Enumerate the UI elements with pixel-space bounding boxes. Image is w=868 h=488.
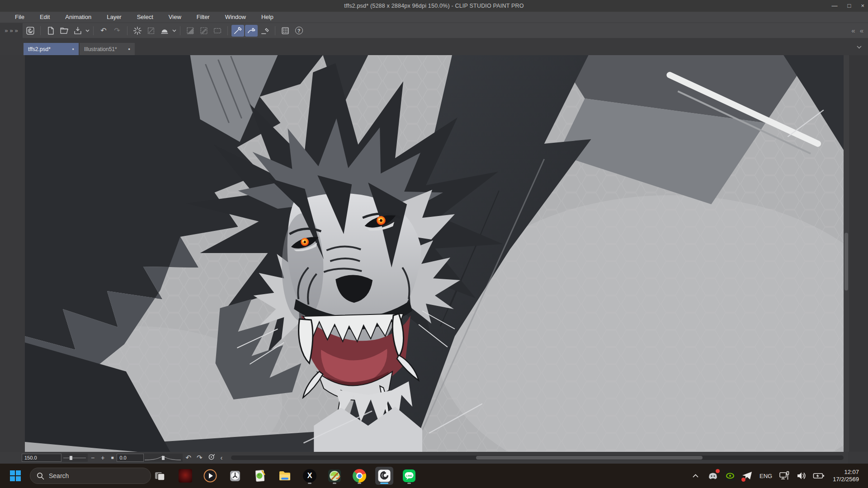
navigator-collapse-button[interactable]: ‹ bbox=[217, 452, 226, 464]
maximize-button[interactable]: □ bbox=[848, 0, 851, 12]
vertical-scrollbar[interactable] bbox=[844, 55, 849, 452]
canvas-artwork[interactable] bbox=[25, 55, 844, 452]
deselect-icon[interactable] bbox=[131, 25, 144, 37]
telegram-tray-icon[interactable] bbox=[741, 470, 753, 482]
network-display-icon[interactable] bbox=[778, 470, 790, 482]
menu-layer[interactable]: Layer bbox=[99, 12, 129, 23]
x-app-icon: X bbox=[303, 469, 316, 483]
zoom-out-button[interactable]: − bbox=[88, 452, 98, 464]
snap-to-ruler-icon[interactable] bbox=[231, 25, 244, 37]
file-explorer-icon bbox=[278, 469, 292, 483]
rotation-value-field[interactable]: 0.0 bbox=[117, 454, 144, 462]
svg-text:LINE: LINE bbox=[406, 474, 412, 477]
canvas-tab-bar: tffs2.psd* ● Illustration51* ● bbox=[0, 38, 868, 55]
tab-illustration51[interactable]: Illustration51* ● bbox=[80, 43, 135, 55]
open-file-icon[interactable] bbox=[58, 25, 71, 37]
new-document-icon[interactable] bbox=[44, 25, 57, 37]
tab-tffs2[interactable]: tffs2.psd* ● bbox=[24, 43, 79, 55]
paint-app-icon bbox=[328, 469, 341, 483]
date-text: 17/2/2569 bbox=[833, 476, 859, 483]
horizontal-scrollbar[interactable] bbox=[231, 455, 844, 460]
task-view-button[interactable] bbox=[151, 467, 169, 485]
battery-icon[interactable] bbox=[813, 470, 825, 482]
clip-studio-paint-app-button[interactable] bbox=[375, 467, 393, 485]
menu-view[interactable]: View bbox=[161, 12, 189, 23]
taskbar-clock[interactable]: 12:07 17/2/2569 bbox=[833, 469, 862, 483]
help-icon[interactable]: ? bbox=[292, 25, 305, 37]
expand-selection-icon[interactable] bbox=[198, 25, 210, 37]
save-icon[interactable] bbox=[71, 25, 84, 37]
media-player-app-button[interactable] bbox=[201, 467, 219, 485]
vertical-scrollbar-thumb[interactable] bbox=[844, 233, 848, 291]
nvidia-tray-icon[interactable] bbox=[724, 470, 736, 482]
fill-dropdown-caret-icon[interactable] bbox=[172, 25, 176, 37]
selection-marquee-icon[interactable] bbox=[211, 25, 224, 37]
media-player-icon bbox=[203, 469, 217, 483]
paint-app-button[interactable] bbox=[326, 467, 344, 485]
collapsed-left-palette[interactable] bbox=[0, 55, 25, 452]
zoom-slider[interactable] bbox=[61, 454, 88, 462]
palette-collapse-right[interactable]: « « bbox=[851, 27, 868, 34]
rotation-slider[interactable] bbox=[144, 454, 183, 462]
title-bar: tffs2.psd* (5288 x 2884px 96dpi 150.0%) … bbox=[0, 0, 868, 12]
workspace bbox=[0, 55, 868, 452]
clip-studio-logo-icon[interactable] bbox=[24, 25, 37, 37]
command-bar: » » » ↶ ↷ bbox=[0, 23, 868, 38]
line-app-icon: LINE bbox=[402, 469, 416, 483]
fit-to-screen-button[interactable]: ■ bbox=[108, 452, 117, 464]
menu-bar: File Edit Animation Layer Select View Fi… bbox=[0, 12, 868, 23]
line-app-button[interactable]: LINE bbox=[400, 467, 418, 485]
clock-app-button[interactable] bbox=[226, 467, 244, 485]
menu-help[interactable]: Help bbox=[254, 12, 281, 23]
zoom-in-button[interactable]: + bbox=[98, 452, 108, 464]
search-icon bbox=[37, 472, 44, 480]
clock-icon bbox=[228, 469, 242, 483]
save-dropdown-caret-icon[interactable] bbox=[85, 25, 90, 37]
palette-collapse-left[interactable]: » » » bbox=[0, 23, 23, 38]
snap-to-special-ruler-icon[interactable] bbox=[245, 25, 258, 37]
close-button[interactable]: × bbox=[861, 0, 864, 12]
fill-tool-icon[interactable] bbox=[158, 25, 171, 37]
tab-overflow-caret-icon[interactable] bbox=[857, 42, 862, 51]
menu-edit[interactable]: Edit bbox=[32, 12, 57, 23]
rotate-left-button[interactable]: ↶ bbox=[183, 454, 194, 462]
unsaved-dot-icon: ● bbox=[122, 47, 130, 51]
menu-file[interactable]: File bbox=[7, 12, 32, 23]
windows-taskbar: X bbox=[0, 464, 868, 488]
tray-chevron-up-icon[interactable] bbox=[690, 470, 702, 482]
canvas-viewport[interactable] bbox=[25, 55, 844, 452]
zoom-value-field[interactable]: 150.0 bbox=[22, 454, 61, 462]
menu-select[interactable]: Select bbox=[129, 12, 161, 23]
red-artwork-icon bbox=[179, 469, 192, 483]
file-explorer-button[interactable] bbox=[276, 467, 294, 485]
clear-selection-icon[interactable] bbox=[145, 25, 157, 37]
menu-window[interactable]: Window bbox=[217, 12, 254, 23]
menu-animation[interactable]: Animation bbox=[57, 12, 99, 23]
collapsed-right-palette[interactable] bbox=[849, 55, 868, 452]
red-artwork-app-button[interactable] bbox=[176, 467, 194, 485]
horizontal-scrollbar-thumb[interactable] bbox=[476, 456, 703, 460]
menu-filter[interactable]: Filter bbox=[189, 12, 217, 23]
search-input[interactable] bbox=[49, 472, 130, 479]
chrome-icon bbox=[353, 469, 366, 483]
taskbar-search[interactable] bbox=[30, 468, 151, 484]
invert-selection-icon[interactable] bbox=[184, 25, 197, 37]
start-button[interactable] bbox=[6, 467, 24, 485]
notepad-app-button[interactable] bbox=[251, 467, 269, 485]
material-panel-icon[interactable] bbox=[279, 25, 292, 37]
x-app-button[interactable]: X bbox=[301, 467, 319, 485]
snap-to-grid-icon[interactable] bbox=[259, 25, 271, 37]
volume-icon[interactable] bbox=[796, 470, 807, 482]
redo-icon[interactable]: ↷ bbox=[111, 25, 123, 37]
navigator-bar: 150.0 − + ■ 0.0 ↶ ↷ ‹ bbox=[0, 452, 868, 464]
rotate-right-button[interactable]: ↷ bbox=[194, 454, 205, 462]
undo-icon[interactable]: ↶ bbox=[97, 25, 110, 37]
minimize-button[interactable]: — bbox=[832, 0, 838, 12]
windows-logo-icon bbox=[9, 470, 21, 482]
reset-rotation-button[interactable] bbox=[205, 454, 217, 462]
window-title: tffs2.psd* (5288 x 2884px 96dpi 150.0%) … bbox=[0, 3, 868, 9]
unsaved-dot-icon: ● bbox=[66, 47, 74, 51]
chrome-app-button[interactable] bbox=[350, 467, 368, 485]
language-indicator[interactable]: ENG bbox=[759, 473, 773, 479]
discord-tray-icon[interactable] bbox=[707, 470, 719, 482]
